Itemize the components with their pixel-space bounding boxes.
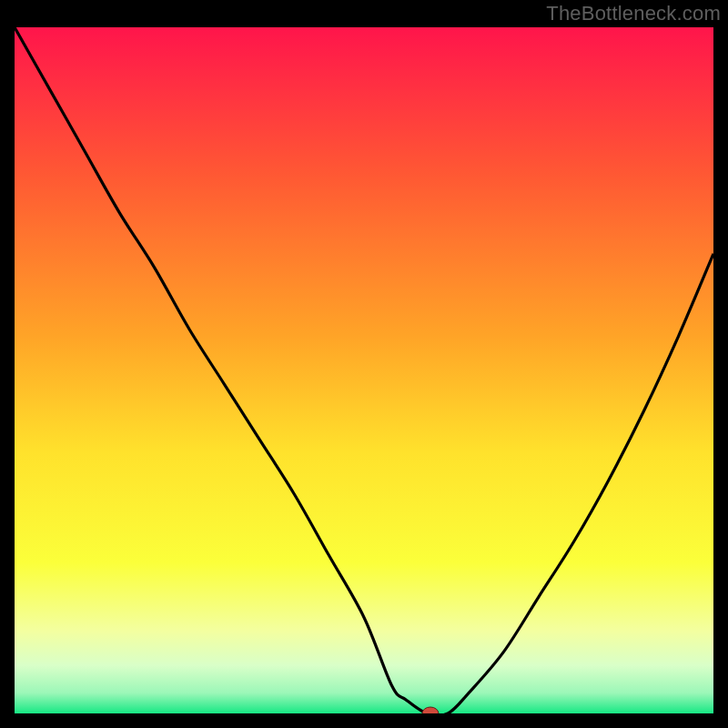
plot-area xyxy=(15,27,713,713)
bottleneck-chart xyxy=(15,27,713,713)
watermark-text: TheBottleneck.com xyxy=(546,2,721,25)
gradient-background xyxy=(15,27,713,713)
chart-frame: TheBottleneck.com xyxy=(0,0,728,728)
